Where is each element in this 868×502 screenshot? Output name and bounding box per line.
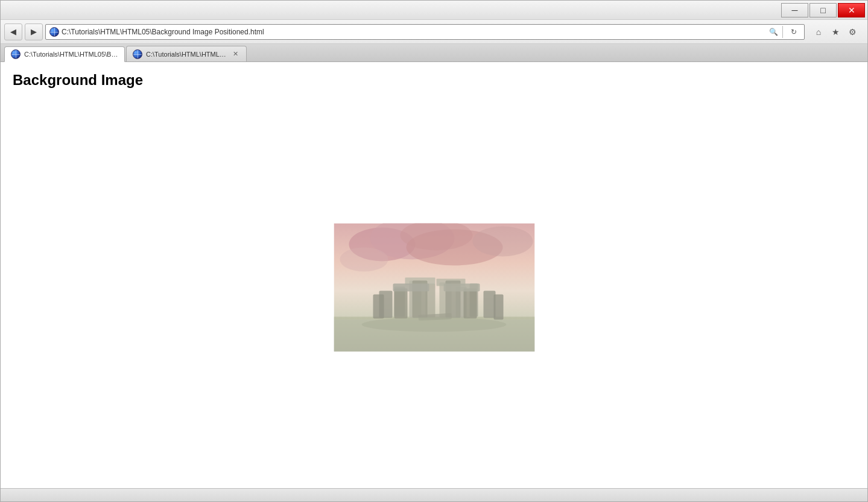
tab-bar: C:\Tutorials\HTML\HTML05\Background Imag… bbox=[1, 44, 867, 62]
page-content: Background Image bbox=[1, 62, 867, 488]
stonehenge-image bbox=[334, 223, 534, 351]
address-text: C:\Tutorials\HTML\HTML05\Background Imag… bbox=[62, 28, 767, 36]
status-bar bbox=[1, 488, 867, 501]
settings-icon[interactable]: ⚙ bbox=[846, 25, 859, 39]
favorites-icon[interactable]: ★ bbox=[829, 25, 842, 39]
svg-point-28 bbox=[361, 317, 506, 331]
tab-secondary[interactable]: C:\Tutorials\HTML\HTML05\... ✕ bbox=[126, 46, 247, 61]
tab-close-button[interactable]: ✕ bbox=[230, 49, 240, 59]
close-button[interactable]: ✕ bbox=[838, 3, 865, 17]
page-title: Background Image bbox=[13, 72, 855, 89]
svg-rect-23 bbox=[443, 283, 480, 291]
svg-rect-19 bbox=[394, 288, 407, 318]
separator bbox=[782, 26, 783, 38]
content-area: Background Image bbox=[1, 62, 867, 488]
navigation-toolbar: ◀ ▶ C:\Tutorials\HTML\HTML05\Background … bbox=[1, 20, 867, 44]
svg-point-5 bbox=[340, 247, 388, 271]
minimize-button[interactable]: ─ bbox=[781, 3, 808, 17]
refresh-button[interactable]: ↻ bbox=[787, 25, 800, 39]
ie-globe-icon bbox=[49, 27, 59, 37]
address-bar[interactable]: C:\Tutorials\HTML\HTML05\Background Imag… bbox=[45, 24, 805, 40]
search-icon[interactable]: 🔍 bbox=[769, 28, 778, 36]
background-image-wrapper bbox=[334, 223, 534, 351]
browser-window: ─ □ ✕ ◀ ▶ C:\Tutorials\HTML\HTML05\Backg… bbox=[0, 0, 868, 502]
right-toolbar: ⌂ ★ ⚙ bbox=[807, 25, 864, 39]
forward-button[interactable]: ▶ bbox=[25, 24, 43, 40]
maximize-button[interactable]: □ bbox=[809, 3, 837, 17]
svg-rect-22 bbox=[463, 288, 477, 318]
tab-label-secondary: C:\Tutorials\HTML\HTML05\... bbox=[146, 51, 227, 58]
tab-icon-active bbox=[11, 49, 21, 59]
tab-label-active: C:\Tutorials\HTML\HTML05\Background Imag… bbox=[24, 51, 118, 58]
svg-point-4 bbox=[472, 226, 533, 256]
tab-active[interactable]: C:\Tutorials\HTML\HTML05\Background Imag… bbox=[4, 46, 125, 62]
title-bar: ─ □ ✕ bbox=[1, 1, 867, 20]
svg-rect-17 bbox=[373, 294, 384, 318]
svg-rect-25 bbox=[493, 294, 503, 319]
svg-rect-20 bbox=[393, 283, 429, 291]
home-icon[interactable]: ⌂ bbox=[812, 25, 825, 39]
tab-icon-secondary bbox=[133, 49, 142, 59]
back-button[interactable]: ◀ bbox=[4, 24, 22, 40]
title-bar-buttons: ─ □ ✕ bbox=[781, 3, 865, 17]
